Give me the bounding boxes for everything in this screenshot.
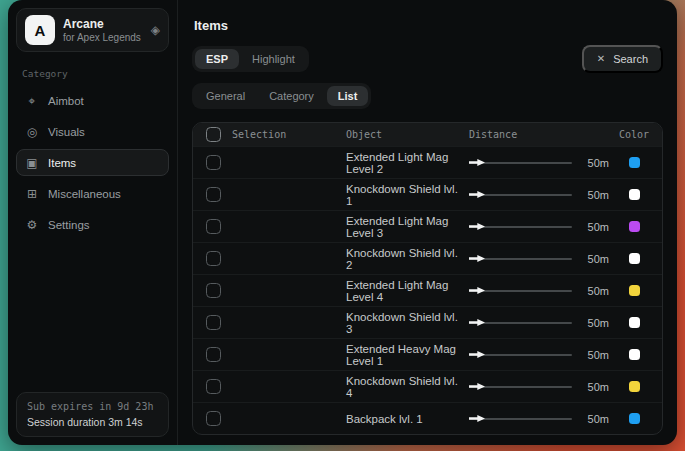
app-name: Arcane: [63, 17, 141, 31]
object-name: Backpack lvl. 1: [346, 413, 459, 425]
color-swatch[interactable]: [629, 317, 640, 328]
object-name: Extended Light Mag Level 3: [346, 215, 459, 239]
sidebar-item-label: Settings: [48, 219, 90, 231]
col-selection: Selection: [232, 129, 336, 140]
distance-value: 50m: [581, 381, 609, 393]
object-name: Extended Light Mag Level 4: [346, 279, 459, 303]
row-checkbox[interactable]: [206, 155, 221, 170]
mode-tab-group: ESP Highlight: [192, 46, 309, 72]
tab-esp[interactable]: ESP: [195, 49, 239, 69]
sidebar-item-label: Miscellaneous: [48, 188, 121, 200]
search-button[interactable]: ✕ Search: [582, 45, 663, 73]
distance-slider[interactable]: [469, 350, 572, 359]
object-name: Knockdown Shield lvl. 1: [346, 183, 459, 207]
distance-cell: 50m: [469, 157, 609, 169]
sidebar-item-label: Items: [48, 157, 76, 169]
color-swatch[interactable]: [629, 413, 640, 424]
select-all-checkbox[interactable]: [206, 127, 221, 142]
gear-icon: ⚙: [25, 218, 39, 232]
view-toolbar: General Category List: [192, 83, 663, 109]
sidebar-item-label: Aimbot: [48, 95, 84, 107]
row-checkbox[interactable]: [206, 379, 221, 394]
items-table: Selection Object Distance Color Extended…: [192, 122, 663, 435]
row-checkbox[interactable]: [206, 347, 221, 362]
slider-handle-icon[interactable]: [469, 319, 485, 326]
distance-value: 50m: [581, 413, 609, 425]
col-color: Color: [619, 129, 649, 140]
diamond-badge-icon[interactable]: ◈: [151, 24, 160, 36]
distance-value: 50m: [581, 253, 609, 265]
color-swatch[interactable]: [629, 221, 640, 232]
table-row: Backpack lvl. 1 50m: [193, 402, 662, 434]
row-checkbox[interactable]: [206, 411, 221, 426]
color-swatch[interactable]: [629, 381, 640, 392]
color-swatch[interactable]: [629, 285, 640, 296]
slider-handle-icon[interactable]: [469, 159, 485, 166]
slider-handle-icon[interactable]: [469, 223, 485, 230]
row-checkbox[interactable]: [206, 315, 221, 330]
col-object: Object: [346, 129, 459, 140]
table-row: Knockdown Shield lvl. 2 50m: [193, 242, 662, 274]
distance-slider[interactable]: [469, 414, 572, 423]
object-name: Knockdown Shield lvl. 2: [346, 247, 459, 271]
slider-handle-icon[interactable]: [469, 191, 485, 198]
distance-cell: 50m: [469, 413, 609, 425]
slider-handle-icon[interactable]: [469, 255, 485, 262]
slider-handle-icon[interactable]: [469, 383, 485, 390]
distance-slider[interactable]: [469, 286, 572, 295]
distance-slider[interactable]: [469, 318, 572, 327]
row-checkbox[interactable]: [206, 251, 221, 266]
distance-slider[interactable]: [469, 254, 572, 263]
row-checkbox[interactable]: [206, 283, 221, 298]
x-icon: ✕: [597, 54, 605, 64]
table-row: Extended Light Mag Level 4 50m: [193, 274, 662, 306]
color-swatch[interactable]: [629, 253, 640, 264]
table-row: Extended Light Mag Level 2 50m: [193, 146, 662, 178]
sidebar-item-aimbot[interactable]: ⌖ Aimbot: [16, 87, 169, 114]
distance-cell: 50m: [469, 317, 609, 329]
row-checkbox[interactable]: [206, 187, 221, 202]
box-icon: ▣: [25, 156, 39, 170]
sidebar-item-miscellaneous[interactable]: ⊞ Miscellaneous: [16, 180, 169, 207]
distance-slider[interactable]: [469, 190, 572, 199]
tab-highlight[interactable]: Highlight: [241, 49, 306, 69]
color-swatch[interactable]: [629, 189, 640, 200]
tab-list[interactable]: List: [327, 86, 369, 106]
distance-cell: 50m: [469, 253, 609, 265]
sidebar-item-items[interactable]: ▣ Items: [16, 149, 169, 176]
color-swatch[interactable]: [629, 349, 640, 360]
app-logo: A: [25, 15, 55, 45]
table-body: Extended Light Mag Level 2 50m Knockdown…: [193, 146, 662, 434]
search-button-label: Search: [613, 53, 648, 65]
sidebar-nav: ⌖ Aimbot ◎ Visuals ▣ Items ⊞ Miscellaneo…: [16, 85, 169, 240]
table-row: Knockdown Shield lvl. 3 50m: [193, 306, 662, 338]
table-header: Selection Object Distance Color: [193, 123, 662, 146]
object-name: Extended Light Mag Level 2: [346, 151, 459, 175]
tab-general[interactable]: General: [195, 86, 256, 106]
row-checkbox[interactable]: [206, 219, 221, 234]
distance-cell: 50m: [469, 285, 609, 297]
slider-handle-icon[interactable]: [469, 287, 485, 294]
distance-value: 50m: [581, 221, 609, 233]
color-swatch[interactable]: [629, 157, 640, 168]
distance-slider[interactable]: [469, 382, 572, 391]
distance-cell: 50m: [469, 381, 609, 393]
tab-category[interactable]: Category: [258, 86, 325, 106]
grid-icon: ⊞: [25, 187, 39, 201]
table-row: Knockdown Shield lvl. 1 50m: [193, 178, 662, 210]
category-section-label: Category: [22, 68, 163, 79]
distance-value: 50m: [581, 157, 609, 169]
distance-value: 50m: [581, 189, 609, 201]
main-panel: Items ESP Highlight ✕ Search General Cat…: [178, 0, 677, 445]
sub-expiry-text: Sub expires in 9d 23h: [27, 401, 158, 412]
app-meta: Arcane for Apex Legends: [63, 17, 141, 43]
table-row: Extended Light Mag Level 3 50m: [193, 210, 662, 242]
sidebar-item-settings[interactable]: ⚙ Settings: [16, 211, 169, 238]
distance-slider[interactable]: [469, 158, 572, 167]
slider-handle-icon[interactable]: [469, 415, 485, 422]
sidebar-item-visuals[interactable]: ◎ Visuals: [16, 118, 169, 145]
slider-handle-icon[interactable]: [469, 351, 485, 358]
distance-value: 50m: [581, 285, 609, 297]
distance-slider[interactable]: [469, 222, 572, 231]
sidebar-item-label: Visuals: [48, 126, 85, 138]
